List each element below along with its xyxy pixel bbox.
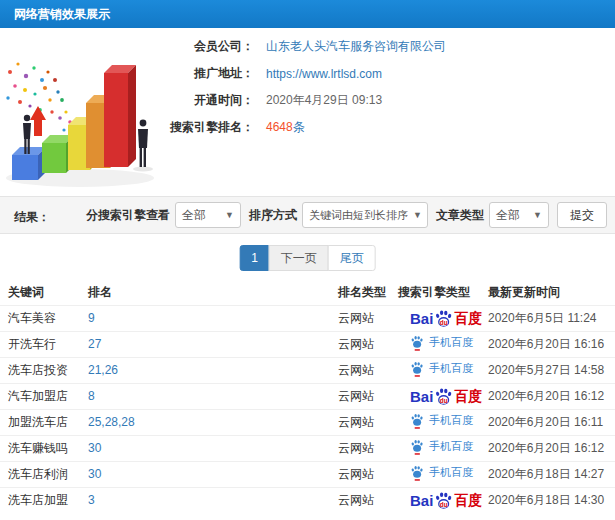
engine-filter-label: 分搜索引擎查看 bbox=[86, 207, 170, 224]
bars bbox=[12, 65, 136, 180]
svg-text:du: du bbox=[440, 500, 448, 507]
sort-filter-select[interactable]: 关键词由短到长排序 ▼ bbox=[302, 202, 428, 228]
baidu-logo: Baidu百度 bbox=[410, 387, 482, 406]
mobile-baidu-paw-icon bbox=[410, 413, 424, 429]
rank-link[interactable]: 21,26 bbox=[88, 363, 118, 377]
next-page-button[interactable]: 下一页 bbox=[269, 245, 329, 271]
page: 网络营销效果展示 bbox=[0, 0, 615, 520]
svg-text:du: du bbox=[440, 396, 448, 403]
result-label: 结果： bbox=[14, 209, 50, 226]
mobile-baidu-paw-icon bbox=[410, 465, 424, 481]
up-arrow bbox=[30, 106, 46, 136]
engine-cell: 手机百度 bbox=[398, 409, 488, 435]
rank-link[interactable]: 30 bbox=[88, 441, 101, 455]
mobile-baidu-paw-icon bbox=[410, 439, 424, 455]
rank-cell: 9 bbox=[88, 305, 338, 331]
engine-cell: 手机百度 bbox=[398, 331, 488, 357]
keyword-cell: 加盟洗车店 bbox=[0, 409, 88, 435]
rank-cell: 21,26 bbox=[88, 357, 338, 383]
page-title: 网络营销效果展示 bbox=[14, 7, 110, 21]
engine-cell: Baidu百度 bbox=[398, 383, 488, 409]
rank-link[interactable]: 30 bbox=[88, 467, 101, 481]
table-row: 加盟洗车店25,28,28云网站手机百度2020年6月20日 16:11 bbox=[0, 409, 615, 435]
updated-cell: 2020年6月20日 16:11 bbox=[488, 409, 615, 435]
bar-chart-illustration-svg bbox=[0, 32, 180, 192]
info-row: 推广地址：https://www.lrtlsd.com bbox=[168, 60, 446, 87]
col-engine-type: 搜索引擎类型 bbox=[398, 280, 488, 305]
chevron-down-icon: ▼ bbox=[413, 210, 422, 220]
keyword-cell: 洗车店加盟 bbox=[0, 487, 88, 513]
updated-cell: 2020年6月18日 14:27 bbox=[488, 461, 615, 487]
info-label: 推广地址： bbox=[168, 65, 254, 82]
last-page-button[interactable]: 尾页 bbox=[328, 245, 376, 271]
mobile-baidu-logo: 手机百度 bbox=[410, 335, 473, 351]
info-row: 搜索引擎排名：4648条 bbox=[168, 114, 446, 141]
rank-cell: 3 bbox=[88, 487, 338, 513]
rank-link[interactable]: 3 bbox=[88, 493, 95, 507]
updated-cell: 2020年6月20日 16:12 bbox=[488, 383, 615, 409]
keyword-cell: 洗车店利润 bbox=[0, 461, 88, 487]
baidu-paw-icon: du bbox=[434, 387, 453, 406]
baidu-paw-icon: du bbox=[434, 309, 453, 328]
rank-link[interactable]: 9 bbox=[88, 311, 95, 325]
baidu-paw-icon: du bbox=[434, 491, 453, 510]
table-header-row: 关键词 排名 排名类型 搜索引擎类型 最新更新时间 bbox=[0, 280, 615, 305]
info-label: 会员公司： bbox=[168, 38, 254, 55]
rank-cell: 30 bbox=[88, 461, 338, 487]
rank-link[interactable]: 8 bbox=[88, 389, 95, 403]
table-row: 汽车美容9云网站Baidu百度2020年6月5日 11:24 bbox=[0, 305, 615, 331]
rank-type-cell: 云网站 bbox=[338, 357, 398, 383]
rank-cell: 27 bbox=[88, 331, 338, 357]
mobile-baidu-logo: 手机百度 bbox=[410, 465, 473, 481]
rank-cell: 8 bbox=[88, 383, 338, 409]
businessman-right bbox=[138, 120, 148, 167]
rank-link[interactable]: 27 bbox=[88, 337, 101, 351]
baidu-logo: Baidu百度 bbox=[410, 491, 482, 510]
page-1-button[interactable]: 1 bbox=[239, 245, 270, 271]
updated-cell: 2020年6月20日 16:16 bbox=[488, 331, 615, 357]
article-type-label: 文章类型 bbox=[436, 207, 484, 224]
account-info: 会员公司：山东老人头汽车服务咨询有限公司推广地址：https://www.lrt… bbox=[168, 33, 446, 141]
updated-cell: 2020年5月27日 14:58 bbox=[488, 357, 615, 383]
keyword-cell: 汽车加盟店 bbox=[0, 383, 88, 409]
sort-filter-label: 排序方式 bbox=[249, 207, 297, 224]
submit-button[interactable]: 提交 bbox=[557, 202, 607, 228]
rank-type-cell: 云网站 bbox=[338, 305, 398, 331]
mobile-baidu-logo: 手机百度 bbox=[410, 439, 473, 455]
filter-controls: 分搜索引擎查看 全部 ▼ 排序方式 关键词由短到长排序 ▼ 文章类型 全部 ▼ … bbox=[78, 202, 607, 228]
rank-type-cell: 云网站 bbox=[338, 461, 398, 487]
pagination: 1 下一页 尾页 bbox=[239, 245, 376, 271]
table-row: 洗车店投资21,26云网站手机百度2020年5月27日 14:58 bbox=[0, 357, 615, 383]
engine-cell: Baidu百度 bbox=[398, 305, 488, 331]
rank-cell: 25,28,28 bbox=[88, 409, 338, 435]
table-row: 洗车店利润30云网站手机百度2020年6月18日 14:27 bbox=[0, 461, 615, 487]
sort-filter-value: 关键词由短到长排序 bbox=[309, 208, 408, 223]
rank-type-cell: 云网站 bbox=[338, 409, 398, 435]
filter-bar: 结果： 分搜索引擎查看 全部 ▼ 排序方式 关键词由短到长排序 ▼ 文章类型 全… bbox=[0, 196, 615, 234]
info-row: 开通时间：2020年4月29日 09:13 bbox=[168, 87, 446, 114]
updated-cell: 2020年6月20日 16:12 bbox=[488, 435, 615, 461]
info-value-link[interactable]: 山东老人头汽车服务咨询有限公司 bbox=[266, 38, 446, 55]
keyword-cell: 汽车美容 bbox=[0, 305, 88, 331]
engine-filter-value: 全部 bbox=[182, 207, 206, 224]
results-table: 关键词 排名 排名类型 搜索引擎类型 最新更新时间 汽车美容9云网站Baidu百… bbox=[0, 280, 615, 513]
table-row: 开洗车行27云网站手机百度2020年6月20日 16:16 bbox=[0, 331, 615, 357]
rank-type-cell: 云网站 bbox=[338, 487, 398, 513]
info-label: 搜索引擎排名： bbox=[168, 119, 254, 136]
page-title-bar: 网络营销效果展示 bbox=[0, 0, 615, 28]
col-rank-type: 排名类型 bbox=[338, 280, 398, 305]
article-type-value: 全部 bbox=[496, 207, 520, 224]
col-updated: 最新更新时间 bbox=[488, 280, 615, 305]
keyword-cell: 洗车店投资 bbox=[0, 357, 88, 383]
mobile-baidu-logo: 手机百度 bbox=[410, 361, 473, 377]
rank-link[interactable]: 25,28,28 bbox=[88, 415, 135, 429]
engine-filter-select[interactable]: 全部 ▼ bbox=[175, 202, 241, 228]
article-type-select[interactable]: 全部 ▼ bbox=[489, 202, 549, 228]
chevron-down-icon: ▼ bbox=[533, 210, 542, 220]
rank-cell: 30 bbox=[88, 435, 338, 461]
updated-cell: 2020年6月5日 11:24 bbox=[488, 305, 615, 331]
engine-cell: 手机百度 bbox=[398, 435, 488, 461]
info-value-link[interactable]: https://www.lrtlsd.com bbox=[266, 67, 382, 81]
rank-type-cell: 云网站 bbox=[338, 331, 398, 357]
keyword-cell: 洗车赚钱吗 bbox=[0, 435, 88, 461]
